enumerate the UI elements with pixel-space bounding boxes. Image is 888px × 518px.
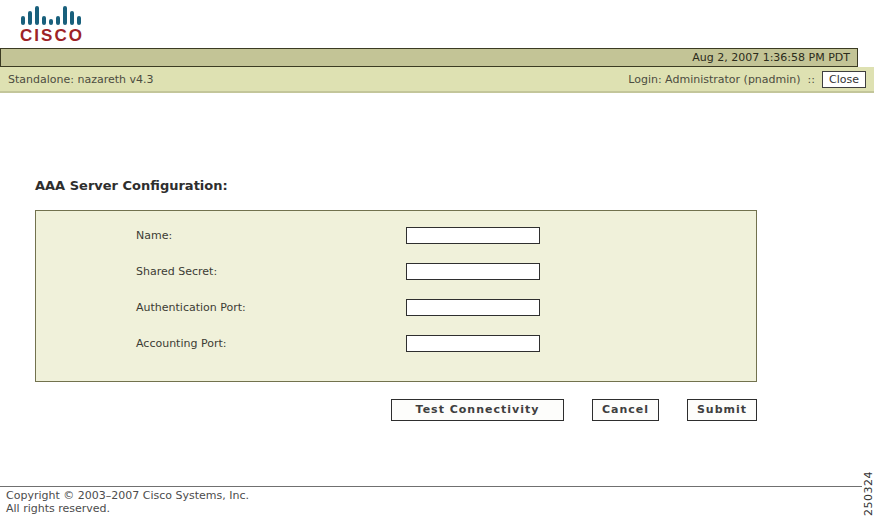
- action-button-row: Test Connectivity Cancel Submit: [35, 399, 757, 421]
- login-label: Login: Administrator (pnadmin): [628, 73, 800, 86]
- accounting-port-input[interactable]: [406, 335, 540, 352]
- session-bar: Standalone: nazareth v4.3 Login: Adminis…: [0, 67, 874, 93]
- accounting-port-label: Accounting Port:: [136, 337, 226, 350]
- figure-number: 250324: [862, 448, 880, 516]
- name-input[interactable]: [406, 227, 540, 244]
- form-row-authentication-port: Authentication Port:: [36, 299, 756, 319]
- datetime-text: Aug 2, 2007 1:36:58 PM PDT: [692, 51, 850, 64]
- footer-copyright: Copyright © 2003–2007 Cisco Systems, Inc…: [6, 489, 249, 515]
- cisco-logo: CISCO: [20, 4, 84, 46]
- copyright-line2: All rights reserved.: [6, 502, 249, 515]
- login-separator: ::: [808, 73, 815, 86]
- form-row-accounting-port: Accounting Port:: [36, 335, 756, 355]
- submit-button[interactable]: Submit: [687, 399, 757, 421]
- close-button[interactable]: Close: [822, 71, 866, 88]
- page-title: AAA Server Configuration:: [35, 178, 228, 193]
- datetime-bar: Aug 2, 2007 1:36:58 PM PDT: [0, 48, 858, 67]
- form-row-shared-secret: Shared Secret:: [36, 263, 756, 283]
- copyright-line1: Copyright © 2003–2007 Cisco Systems, Inc…: [6, 489, 249, 502]
- authentication-port-input[interactable]: [406, 299, 540, 316]
- page: CISCO Aug 2, 2007 1:36:58 PM PDT Standal…: [0, 0, 888, 518]
- footer-divider: [0, 486, 862, 487]
- form-row-name: Name:: [36, 227, 756, 247]
- standalone-label: Standalone: nazareth v4.3: [8, 73, 154, 86]
- cisco-logo-text: CISCO: [20, 26, 84, 46]
- shared-secret-label: Shared Secret:: [136, 265, 217, 278]
- cancel-button[interactable]: Cancel: [592, 399, 659, 421]
- authentication-port-label: Authentication Port:: [136, 301, 246, 314]
- cisco-bridge-bars-icon: [21, 4, 83, 25]
- aaa-config-panel: Name: Shared Secret: Authentication Port…: [35, 210, 757, 382]
- test-connectivity-button[interactable]: Test Connectivity: [391, 399, 564, 421]
- name-label: Name:: [136, 229, 172, 242]
- shared-secret-input[interactable]: [406, 263, 540, 280]
